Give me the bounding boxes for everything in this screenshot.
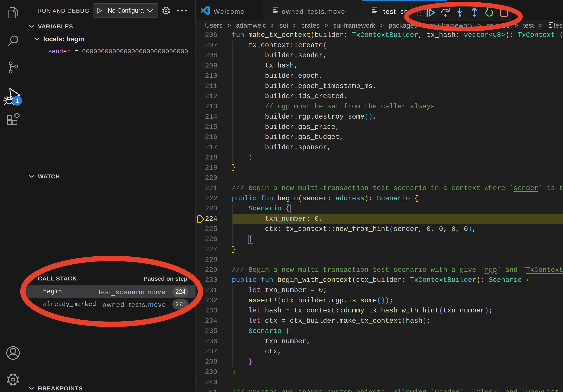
svg-text:1: 1 <box>15 97 19 104</box>
